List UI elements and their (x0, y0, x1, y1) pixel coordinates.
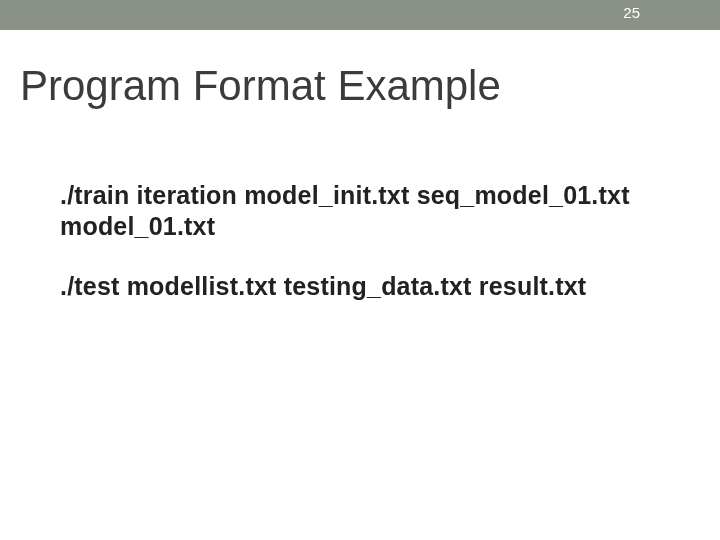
command-test: ./test modellist.txt testing_data.txt re… (60, 271, 660, 302)
page-number: 25 (623, 4, 640, 21)
command-train: ./train iteration model_init.txt seq_mod… (60, 180, 660, 243)
slide-title: Program Format Example (20, 62, 720, 110)
slide-topbar: 25 (0, 0, 720, 30)
slide-content: ./train iteration model_init.txt seq_mod… (60, 180, 660, 302)
